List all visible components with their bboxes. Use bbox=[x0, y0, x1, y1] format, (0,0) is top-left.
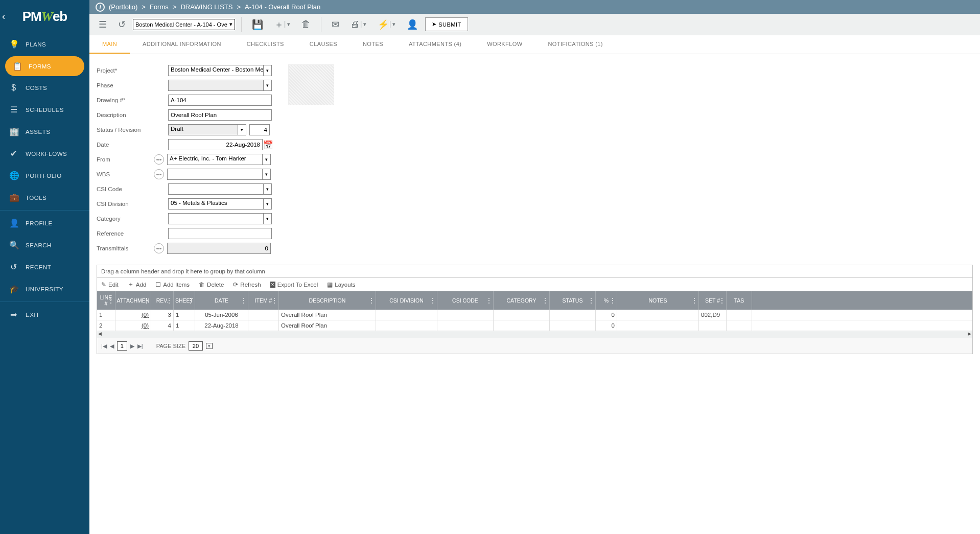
chevron-down-icon[interactable]: ▾ bbox=[264, 198, 272, 210]
page-size[interactable] bbox=[189, 341, 203, 351]
tab-workflow[interactable]: WORKFLOW bbox=[474, 35, 535, 54]
logo: ‹ PMWeb bbox=[0, 0, 89, 33]
prev-page-icon[interactable]: ◀ bbox=[110, 343, 114, 350]
export-button[interactable]: XExport To Excel bbox=[270, 281, 318, 288]
col-status[interactable]: STATUS⋮ bbox=[550, 291, 596, 310]
save-icon[interactable]: 💾 bbox=[248, 16, 267, 33]
sidebar-item-costs[interactable]: $COSTS bbox=[0, 77, 89, 99]
revision-field[interactable] bbox=[249, 124, 270, 135]
delete-icon[interactable]: 🗑 bbox=[297, 16, 315, 32]
chevron-down-icon[interactable]: ▾ bbox=[264, 80, 272, 91]
col-set[interactable]: SET #⋮ bbox=[699, 291, 727, 310]
edit-button[interactable]: ✎Edit bbox=[101, 281, 119, 288]
horizontal-scrollbar[interactable]: ◀▶ bbox=[97, 331, 972, 338]
sidebar-item-label: PROFILE bbox=[26, 220, 53, 226]
user-icon[interactable]: 👤 bbox=[403, 16, 422, 33]
drawing-preview[interactable] bbox=[288, 64, 334, 105]
status-field[interactable]: Draft▾ bbox=[168, 124, 246, 135]
col-category[interactable]: CATEGORY⋮ bbox=[494, 291, 550, 310]
sidebar-item-portfolio[interactable]: 🌐PORTFOLIO bbox=[0, 165, 89, 187]
drawing-number-field[interactable] bbox=[168, 95, 272, 106]
chevron-down-icon[interactable]: ▾ bbox=[264, 183, 272, 195]
tab-clauses[interactable]: CLAUSES bbox=[297, 35, 350, 54]
drawing-number-label: Drawing #* bbox=[97, 97, 168, 103]
breadcrumb-portfolio[interactable]: (Portfolio) bbox=[109, 3, 137, 11]
sidebar-item-recent[interactable]: ↺RECENT bbox=[0, 256, 89, 278]
list-icon[interactable]: ☰ bbox=[95, 16, 111, 33]
wbs-picker-icon[interactable]: ••• bbox=[154, 169, 164, 179]
col-percent[interactable]: %⋮ bbox=[596, 291, 617, 310]
project-field[interactable]: Boston Medical Center - Boston Med▾ bbox=[168, 65, 272, 76]
col-csi-code[interactable]: CSI CODE⋮ bbox=[437, 291, 494, 310]
next-page-icon[interactable]: ▶ bbox=[130, 343, 134, 350]
sidebar-item-university[interactable]: 🎓UNIVERSITY bbox=[0, 278, 89, 300]
add-button[interactable]: ＋Add bbox=[128, 281, 146, 288]
history-icon[interactable]: ↺ bbox=[114, 16, 130, 33]
page-number[interactable] bbox=[117, 341, 127, 351]
sidebar-item-assets[interactable]: 🏢ASSETS bbox=[0, 121, 89, 143]
col-line[interactable]: LINE #⋮ bbox=[97, 291, 115, 310]
print-icon[interactable]: 🖨│▾ bbox=[346, 16, 370, 32]
table-row[interactable]: 2(0)4122-Aug-2018Overall Roof Plan0 bbox=[97, 320, 972, 331]
page-size-dd[interactable]: ▾ bbox=[206, 343, 213, 349]
chevron-down-icon[interactable]: ▾ bbox=[264, 213, 272, 224]
first-page-icon[interactable]: |◀ bbox=[101, 343, 107, 350]
tab-checklists[interactable]: CHECKLISTS bbox=[234, 35, 297, 54]
reference-field[interactable] bbox=[168, 228, 272, 239]
chevron-down-icon[interactable]: ▾ bbox=[263, 154, 271, 165]
tab-additional-info[interactable]: ADDITIONAL INFORMATION bbox=[130, 35, 234, 54]
from-picker-icon[interactable]: ••• bbox=[154, 154, 164, 165]
date-field[interactable] bbox=[168, 139, 263, 150]
chevron-down-icon[interactable]: ▾ bbox=[238, 124, 246, 135]
sidebar-item-forms[interactable]: 📋FORMS bbox=[5, 56, 84, 76]
send-icon: ➤ bbox=[432, 21, 437, 28]
collapse-sidebar-icon[interactable]: ‹ bbox=[2, 11, 5, 22]
col-item[interactable]: ITEM #⋮ bbox=[248, 291, 279, 310]
exit-icon: ➡ bbox=[9, 310, 18, 319]
tab-notifications[interactable]: NOTIFICATIONS (1) bbox=[535, 35, 615, 54]
table-row[interactable]: 1(0)3105-Jun-2006Overall Roof Plan0002,D… bbox=[97, 310, 972, 320]
delete-button[interactable]: 🗑Delete bbox=[199, 281, 224, 288]
sidebar-item-schedules[interactable]: ☰SCHEDULES bbox=[0, 99, 89, 121]
chevron-down-icon[interactable]: ▾ bbox=[263, 169, 271, 180]
sidebar-item-search[interactable]: 🔍SEARCH bbox=[0, 234, 89, 256]
col-date[interactable]: DATE⋮ bbox=[195, 291, 248, 310]
tab-notes[interactable]: NOTES bbox=[350, 35, 396, 54]
bolt-icon[interactable]: ⚡│▾ bbox=[374, 16, 400, 33]
last-page-icon[interactable]: ▶| bbox=[137, 343, 143, 350]
csi-division-field[interactable]: 05 - Metals & Plastics▾ bbox=[168, 198, 272, 210]
layouts-button[interactable]: ▦Layouts bbox=[327, 281, 355, 288]
submit-button[interactable]: ➤SUBMIT bbox=[425, 17, 468, 31]
col-attachments[interactable]: ATTACHMEN⋮ bbox=[115, 291, 151, 310]
description-field[interactable] bbox=[168, 109, 272, 121]
sidebar-item-tools[interactable]: 💼TOOLS bbox=[0, 187, 89, 208]
phase-field[interactable]: ▾ bbox=[168, 80, 272, 91]
chevron-down-icon[interactable]: ▾ bbox=[264, 65, 272, 76]
col-rev[interactable]: REV.⋮ bbox=[151, 291, 174, 310]
sidebar-item-plans[interactable]: 💡PLANS bbox=[0, 33, 89, 55]
mail-icon[interactable]: ✉ bbox=[328, 16, 343, 33]
info-icon[interactable]: i bbox=[96, 3, 105, 12]
tab-main[interactable]: MAIN bbox=[89, 35, 130, 54]
transmittals-picker-icon[interactable]: ••• bbox=[154, 243, 164, 253]
category-field[interactable]: ▾ bbox=[168, 213, 272, 224]
sidebar-item-exit[interactable]: ➡EXIT bbox=[0, 304, 89, 326]
category-label: Category bbox=[97, 216, 168, 222]
add-icon[interactable]: ＋│▾ bbox=[270, 16, 294, 33]
add-items-button[interactable]: ☐Add Items bbox=[155, 281, 190, 288]
col-task[interactable]: TAS bbox=[727, 291, 752, 310]
refresh-button[interactable]: ⟳Refresh bbox=[233, 281, 261, 288]
tab-attachments[interactable]: ATTACHMENTS (4) bbox=[396, 35, 474, 54]
col-description[interactable]: DESCRIPTION⋮ bbox=[279, 291, 376, 310]
col-csi-division[interactable]: CSI DIVISION⋮ bbox=[376, 291, 437, 310]
csi-code-field[interactable]: ▾ bbox=[168, 183, 272, 195]
from-field[interactable]: A+ Electric, Inc. - Tom Harker▾ bbox=[167, 154, 271, 165]
project-selector[interactable]: Boston Medical Center - A-104 - Ove ▾ bbox=[133, 19, 235, 30]
col-notes[interactable]: NOTES⋮ bbox=[617, 291, 699, 310]
group-hint[interactable]: Drag a column header and drop it here to… bbox=[97, 265, 972, 278]
sidebar-item-workflows[interactable]: ✔WORKFLOWS bbox=[0, 143, 89, 165]
calendar-icon[interactable]: 📅 bbox=[264, 140, 273, 150]
sidebar-item-profile[interactable]: 👤PROFILE bbox=[0, 212, 89, 234]
col-sheet[interactable]: SHEET⋮ bbox=[174, 291, 195, 310]
wbs-field[interactable]: ▾ bbox=[167, 169, 271, 180]
